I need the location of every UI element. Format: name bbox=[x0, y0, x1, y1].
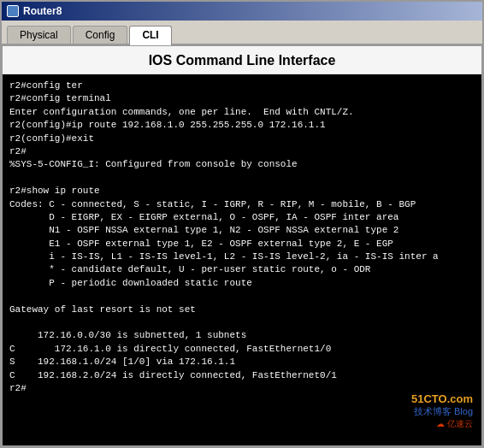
content-area: IOS Command Line Interface r2#config ter… bbox=[2, 45, 482, 446]
title-bar: Router8 bbox=[2, 2, 482, 21]
tab-config[interactable]: Config bbox=[73, 26, 128, 44]
tab-bar: Physical Config CLI bbox=[2, 21, 482, 45]
window: Router8 Physical Config CLI IOS Command … bbox=[0, 0, 484, 448]
window-title: Router8 bbox=[23, 5, 62, 17]
cli-title: IOS Command Line Interface bbox=[3, 46, 481, 74]
tab-physical[interactable]: Physical bbox=[7, 26, 71, 44]
tab-cli[interactable]: CLI bbox=[129, 26, 171, 45]
window-icon bbox=[7, 5, 19, 17]
terminal[interactable]: r2#config ter r2#config terminal Enter c… bbox=[3, 74, 481, 445]
content-wrapper: r2#config ter r2#config terminal Enter c… bbox=[3, 74, 481, 445]
